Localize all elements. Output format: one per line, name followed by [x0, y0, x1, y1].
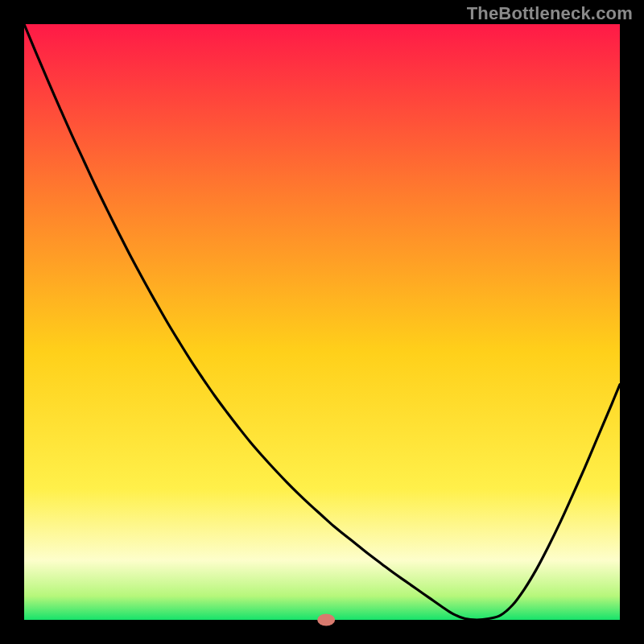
optimal-point-marker	[317, 614, 335, 626]
chart-frame: { "watermark": "TheBottleneck.com", "col…	[0, 0, 644, 644]
plot-gradient-background	[24, 24, 620, 620]
bottleneck-chart	[0, 0, 644, 644]
